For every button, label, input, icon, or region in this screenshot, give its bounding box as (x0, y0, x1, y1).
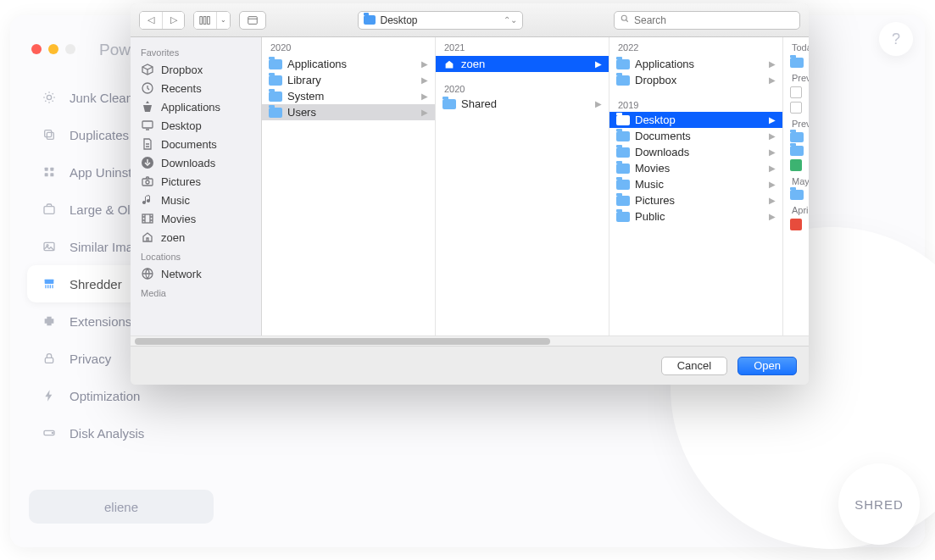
home-icon (442, 58, 456, 70)
file-open-dialog: ◁ ▷ ⌄ Desktop ⌃⌄ FavoritesDropboxRecents… (131, 3, 809, 385)
column-subheader: Prev (783, 69, 809, 85)
minimize-icon[interactable] (48, 44, 58, 54)
list-item[interactable]: Documents▶ (609, 128, 782, 144)
item-label: System (287, 90, 324, 103)
favorites-item-zoen[interactable]: zoen (131, 228, 261, 247)
list-item[interactable]: zoen▶ (436, 56, 609, 72)
list-item[interactable]: Movies▶ (609, 160, 782, 176)
svg-rect-4 (50, 168, 53, 171)
folder-icon (790, 132, 804, 142)
svg-point-18 (621, 15, 626, 20)
list-item[interactable]: Users▶ (262, 104, 435, 120)
sun-icon (41, 89, 58, 106)
folder-icon (616, 212, 630, 222)
folder-icon (616, 164, 630, 174)
svg-rect-20 (142, 121, 153, 128)
list-item[interactable]: Music▶ (609, 176, 782, 192)
list-item[interactable]: Library▶ (262, 72, 435, 88)
search-field[interactable] (614, 11, 800, 30)
favorites-item-dropbox[interactable]: Dropbox (131, 60, 261, 79)
camera-icon (141, 175, 154, 188)
favorites-item-documents[interactable]: Documents (131, 135, 261, 153)
columns-view-button[interactable] (194, 12, 216, 29)
list-item[interactable] (783, 188, 809, 202)
svg-rect-10 (45, 280, 54, 284)
cancel-button[interactable]: Cancel (661, 357, 727, 375)
list-item[interactable] (783, 56, 809, 69)
desktop-icon (141, 119, 154, 132)
favorites-label: Recents (161, 82, 202, 95)
list-item[interactable]: Public▶ (609, 208, 782, 225)
user-chip[interactable]: eliene (29, 490, 214, 524)
list-item[interactable] (783, 100, 809, 115)
item-label: Dropbox (635, 74, 676, 86)
locations-item-network[interactable]: Network (131, 264, 261, 283)
list-item[interactable]: Applications▶ (262, 56, 435, 72)
list-item[interactable] (783, 144, 809, 158)
folder-icon (442, 99, 456, 109)
folder-icon (616, 131, 630, 141)
music-icon (141, 193, 154, 207)
chevron-right-icon: ▶ (769, 75, 776, 85)
list-item[interactable]: System▶ (262, 88, 435, 104)
zoom-icon[interactable] (65, 44, 75, 54)
list-item[interactable] (783, 130, 809, 144)
chevron-right-icon: ▶ (769, 196, 776, 205)
list-item[interactable]: Pictures▶ (609, 192, 782, 208)
list-item[interactable] (783, 217, 809, 232)
path-dropdown[interactable]: Desktop ⌃⌄ (358, 11, 523, 30)
scrollbar-thumb[interactable] (135, 338, 550, 345)
svg-rect-2 (45, 130, 52, 137)
list-item[interactable]: Dropbox▶ (609, 72, 782, 88)
item-label: Pictures (635, 194, 675, 207)
file-icon (790, 159, 802, 171)
chevron-right-icon: ▶ (769, 131, 776, 141)
item-label: Applications (287, 58, 347, 70)
favorites-label: Downloads (161, 157, 215, 169)
item-label: zoen (461, 58, 485, 70)
dialog-toolbar: ◁ ▷ ⌄ Desktop ⌃⌄ (131, 3, 809, 37)
horizontal-scrollbar[interactable] (131, 335, 809, 346)
chevron-right-icon: ▶ (421, 108, 428, 117)
sidebar-item-disk-analysis[interactable]: Disk Analysis (27, 414, 222, 452)
chevron-right-icon: ▶ (769, 164, 776, 173)
item-label: Music (635, 178, 664, 191)
forward-button[interactable]: ▷ (162, 12, 184, 29)
svg-rect-6 (50, 173, 53, 176)
back-button[interactable]: ◁ (140, 12, 162, 29)
favorites-item-recents[interactable]: Recents (131, 79, 261, 97)
item-label: Downloads (635, 146, 689, 158)
help-button[interactable]: ? (879, 22, 913, 56)
favorites-item-pictures[interactable]: Pictures (131, 172, 261, 191)
shred-button[interactable]: SHRED (838, 463, 920, 545)
sidebar-item-label: Privacy (70, 352, 111, 366)
apps-icon (141, 100, 154, 114)
list-item[interactable]: Applications▶ (609, 56, 782, 72)
favorites-item-downloads[interactable]: Downloads (131, 153, 261, 172)
dialog-footer: Cancel Open (131, 346, 809, 385)
view-chevron-button[interactable]: ⌄ (216, 12, 230, 29)
window-controls (31, 44, 75, 54)
list-item[interactable] (783, 158, 809, 173)
chevron-right-icon: ▶ (769, 59, 776, 69)
open-button[interactable]: Open (737, 357, 797, 375)
favorites-item-music[interactable]: Music (131, 191, 261, 209)
favorites-item-movies[interactable]: Movies (131, 209, 261, 228)
item-label: Users (287, 106, 316, 119)
list-item[interactable] (783, 85, 809, 100)
list-item[interactable]: Downloads▶ (609, 144, 782, 160)
chevron-right-icon: ▶ (769, 115, 776, 125)
favorites-item-applications[interactable]: Applications (131, 97, 261, 116)
column-subheader: 2019 (609, 97, 782, 112)
column-2: 2022Applications▶Dropbox▶2019Desktop▶Doc… (609, 37, 783, 335)
clock-icon (141, 81, 154, 95)
group-button[interactable] (239, 11, 266, 30)
list-item[interactable]: Desktop▶ (609, 112, 782, 128)
doc-icon (141, 137, 154, 151)
list-item[interactable]: Shared▶ (436, 96, 609, 112)
search-input[interactable] (634, 14, 794, 26)
favorites-header: Favorites (131, 42, 261, 60)
favorites-label: Documents (161, 138, 217, 151)
close-icon[interactable] (31, 44, 42, 54)
favorites-item-desktop[interactable]: Desktop (131, 116, 261, 135)
